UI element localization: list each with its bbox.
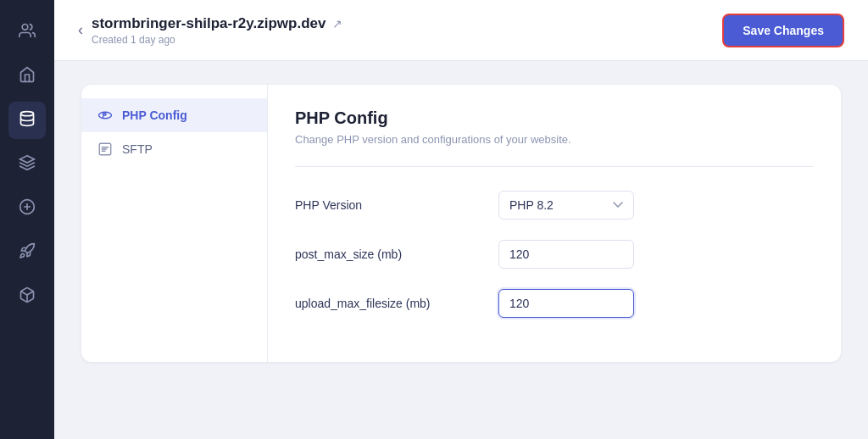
nav-item-php-config-label: PHP Config	[122, 108, 187, 122]
post-max-size-label: post_max_size (mb)	[295, 247, 498, 261]
form-row-php-version: PHP Version PHP 7.4 PHP 8.0 PHP 8.1 PHP …	[295, 191, 814, 220]
upload-max-filesize-input[interactable]	[498, 289, 634, 318]
upload-max-filesize-label: upload_max_filesize (mb)	[295, 297, 498, 310]
sidebar-item-home[interactable]	[8, 58, 46, 95]
form-row-post-max-size: post_max_size (mb)	[295, 240, 814, 269]
right-panel: PHP Config Change PHP version and config…	[268, 85, 841, 362]
external-link-icon[interactable]: ↗	[332, 17, 342, 31]
site-info: stormbringer-shilpa-r2y.zipwp.dev ↗ Crea…	[92, 15, 342, 46]
sidebar-item-users[interactable]	[8, 14, 46, 51]
sidebar-item-box[interactable]	[8, 278, 46, 315]
panel-divider	[295, 166, 814, 167]
php-icon	[97, 107, 114, 124]
sidebar	[0, 0, 54, 439]
layers-icon	[19, 154, 36, 175]
site-title-row: stormbringer-shilpa-r2y.zipwp.dev ↗	[92, 15, 342, 32]
box-icon	[19, 286, 36, 307]
php-version-label: PHP Version	[295, 198, 498, 212]
panel-title: PHP Config	[295, 108, 814, 128]
users-icon	[19, 22, 36, 42]
left-nav: PHP Config SFTP	[81, 85, 268, 362]
database-icon	[19, 110, 36, 131]
back-button[interactable]: ‹	[78, 21, 83, 39]
sidebar-item-rocket[interactable]	[8, 234, 46, 271]
svg-point-0	[22, 25, 28, 31]
nav-item-sftp[interactable]: SFTP	[81, 132, 267, 166]
sftp-icon	[97, 141, 114, 158]
header: ‹ stormbringer-shilpa-r2y.zipwp.dev ↗ Cr…	[54, 0, 868, 61]
post-max-size-input[interactable]	[498, 240, 634, 269]
header-left: ‹ stormbringer-shilpa-r2y.zipwp.dev ↗ Cr…	[78, 15, 342, 46]
php-version-select[interactable]: PHP 7.4 PHP 8.0 PHP 8.1 PHP 8.2 PHP 8.3	[498, 191, 634, 220]
rocket-icon	[19, 242, 36, 263]
form-row-upload-max-filesize: upload_max_filesize (mb)	[295, 289, 814, 318]
sidebar-item-database[interactable]	[8, 102, 46, 139]
site-title: stormbringer-shilpa-r2y.zipwp.dev	[92, 15, 326, 32]
sidebar-item-layers[interactable]	[8, 146, 46, 183]
sidebar-item-wordpress[interactable]	[8, 190, 46, 227]
home-icon	[19, 66, 36, 86]
post-max-size-input-wrap	[498, 240, 668, 269]
wordpress-icon	[19, 198, 36, 219]
panel-subtitle: Change PHP version and configurations of…	[295, 133, 814, 146]
content-area: PHP Config SFTP PHP Config Change PHP ve…	[54, 61, 868, 439]
svg-marker-2	[20, 156, 35, 163]
upload-max-filesize-input-wrap	[498, 289, 668, 318]
php-version-input-wrap: PHP 7.4 PHP 8.0 PHP 8.1 PHP 8.2 PHP 8.3	[498, 191, 668, 220]
main-area: ‹ stormbringer-shilpa-r2y.zipwp.dev ↗ Cr…	[54, 0, 868, 439]
nav-item-sftp-label: SFTP	[122, 142, 153, 156]
nav-item-php-config[interactable]: PHP Config	[81, 98, 267, 132]
svg-point-1	[21, 112, 34, 116]
save-changes-button[interactable]: Save Changes	[722, 14, 844, 47]
content-card: PHP Config SFTP PHP Config Change PHP ve…	[81, 85, 841, 362]
site-subtitle: Created 1 day ago	[92, 34, 342, 46]
